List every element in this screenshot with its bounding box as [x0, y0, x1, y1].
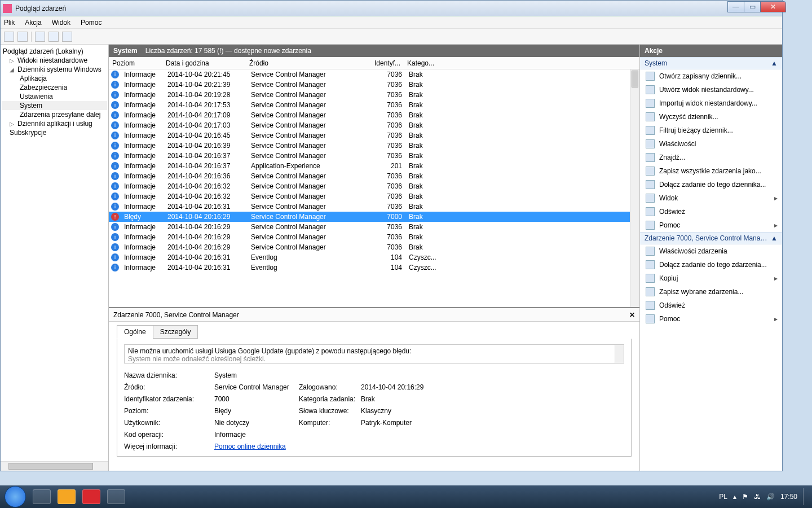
action-item[interactable]: Otwórz zapisany dziennik... — [640, 69, 782, 83]
table-row[interactable]: iInformacje2014-10-04 20:16:39Service Co… — [109, 141, 639, 151]
taskbar-item-eventvwr[interactable] — [107, 489, 125, 504]
action-item[interactable]: Zapisz wybrane zdarzenia... — [640, 285, 782, 299]
tree-forwarded[interactable]: Zdarzenia przesyłane dalej — [2, 110, 107, 119]
col-source[interactable]: Źródło — [246, 59, 371, 67]
titlebar[interactable]: Podgląd zdarzeń — ▭ ✕ — [1, 1, 782, 16]
table-row[interactable]: iInformacje2014-10-04 20:16:31Service Co… — [109, 202, 639, 212]
msg-scroll[interactable] — [615, 345, 624, 363]
action-item[interactable]: Pomoc▸ — [640, 218, 782, 232]
table-row[interactable]: iInformacje2014-10-04 20:16:32Service Co… — [109, 181, 639, 191]
tray-clock[interactable]: 17:50 — [780, 493, 797, 501]
taskbar-item-2[interactable] — [58, 489, 76, 504]
online-help-link[interactable]: Pomoc online dziennika — [214, 443, 286, 450]
tab-details[interactable]: Szczegóły — [153, 325, 198, 339]
table-row[interactable]: iInformacje2014-10-04 20:21:45Service Co… — [109, 69, 639, 80]
tree-app-services[interactable]: ▷Dzienniki aplikacji i usług — [2, 119, 107, 128]
actions-section-system[interactable]: System▲ — [640, 57, 782, 69]
action-item[interactable]: Filtruj bieżący dziennik... — [640, 124, 782, 137]
grid-vscroll[interactable] — [630, 69, 639, 307]
taskbar[interactable]: PL ▴ ⚑ 🖧 🔊 17:50 — [0, 485, 812, 508]
tree-custom-views[interactable]: ▷Widoki niestandardowe — [2, 56, 107, 65]
action-icon — [646, 314, 655, 323]
table-row[interactable]: iInformacje2014-10-04 20:16:45Service Co… — [109, 130, 639, 141]
actions-section-event[interactable]: Zdarzenie 7000, Service Control Manager▲ — [640, 232, 782, 244]
table-row[interactable]: iInformacje2014-10-04 20:16:29Service Co… — [109, 222, 639, 232]
col-date[interactable]: Data i godzina — [162, 59, 246, 67]
tray-lang[interactable]: PL — [719, 493, 727, 501]
close-detail-button[interactable]: ✕ — [629, 311, 635, 319]
action-item[interactable]: Zapisz wszystkie zdarzenia jako... — [640, 164, 782, 178]
info-icon: i — [111, 192, 119, 200]
action-item[interactable]: Pomoc▸ — [640, 312, 782, 326]
grid-body[interactable]: iInformacje2014-10-04 20:21:45Service Co… — [109, 69, 639, 273]
col-eventid[interactable]: Identyf... — [371, 59, 404, 67]
action-item[interactable]: Odśwież — [640, 205, 782, 218]
toolbar-item-1[interactable] — [35, 32, 45, 42]
table-row[interactable]: iInformacje2014-10-04 20:16:37Service Co… — [109, 151, 639, 161]
tree-windows-logs[interactable]: ◢Dzienniki systemu Windows — [2, 65, 107, 74]
tree-subscriptions[interactable]: Subskrypcje — [2, 128, 107, 137]
table-row[interactable]: iInformacje2014-10-04 20:16:37Applicatio… — [109, 161, 639, 171]
tree-setup[interactable]: Ustawienia — [2, 92, 107, 101]
menu-action[interactable]: Akcja — [25, 19, 41, 27]
action-item[interactable]: Znajdź... — [640, 151, 782, 164]
table-row[interactable]: iInformacje2014-10-04 20:17:53Service Co… — [109, 100, 639, 110]
col-category[interactable]: Katego... — [404, 59, 435, 67]
tree-security[interactable]: Zabezpieczenia — [2, 83, 107, 92]
system-tray[interactable]: PL ▴ ⚑ 🖧 🔊 17:50 — [719, 488, 807, 505]
action-item[interactable]: Wyczyść dziennik... — [640, 110, 782, 124]
table-row[interactable]: iInformacje2014-10-04 20:19:28Service Co… — [109, 90, 639, 100]
forward-button[interactable] — [17, 32, 28, 42]
table-row[interactable]: iInformacje2014-10-04 20:16:31Eventlog10… — [109, 252, 639, 262]
table-row[interactable]: iInformacje2014-10-04 20:16:29Service Co… — [109, 242, 639, 252]
tray-network-icon[interactable]: 🖧 — [754, 493, 761, 501]
action-item[interactable]: Odśwież — [640, 299, 782, 312]
menu-file[interactable]: Plik — [4, 19, 15, 27]
menu-view[interactable]: Widok — [52, 19, 70, 27]
table-row[interactable]: iInformacje2014-10-04 20:17:09Service Co… — [109, 110, 639, 120]
table-row[interactable]: iInformacje2014-10-04 20:21:39Service Co… — [109, 80, 639, 90]
taskbar-item-explorer[interactable] — [33, 489, 51, 504]
toolbar-item-2[interactable] — [48, 32, 59, 42]
action-item[interactable]: Widok▸ — [640, 191, 782, 205]
action-item[interactable]: Dołącz zadanie do tego zdarzenia... — [640, 258, 782, 271]
scroll-thumb[interactable] — [8, 463, 93, 470]
minimize-button[interactable]: — — [727, 1, 744, 12]
tree-hscroll[interactable] — [1, 461, 108, 471]
cell-level: Informacje — [121, 152, 164, 160]
start-button[interactable] — [5, 486, 26, 507]
taskbar-item-opera[interactable] — [82, 489, 100, 504]
tray-flag-icon[interactable]: ⚑ — [742, 493, 748, 501]
menu-help[interactable]: Pomoc — [81, 19, 102, 27]
back-button[interactable] — [4, 32, 14, 42]
action-item[interactable]: Właściwości zdarzenia — [640, 244, 782, 258]
tree-application[interactable]: Aplikacja — [2, 74, 107, 83]
cell-source: Service Control Manager — [248, 121, 373, 129]
maximize-button[interactable]: ▭ — [744, 1, 761, 12]
tree-root[interactable]: Podgląd zdarzeń (Lokalny) — [2, 47, 107, 56]
action-item[interactable]: Dołącz zadanie do tego dziennika... — [640, 178, 782, 191]
table-row[interactable]: iInformacje2014-10-04 20:16:32Service Co… — [109, 191, 639, 202]
action-label: Znajdź... — [659, 154, 685, 161]
action-item[interactable]: Właściwości — [640, 137, 782, 151]
show-desktop-button[interactable] — [803, 488, 807, 505]
action-item[interactable]: Importuj widok niestandardowy... — [640, 97, 782, 110]
table-row[interactable]: iInformacje2014-10-04 20:16:29Service Co… — [109, 232, 639, 242]
col-level[interactable]: Poziom — [109, 59, 162, 67]
action-item[interactable]: Utwórz widok niestandardowy... — [640, 83, 782, 97]
cell-level: Informacje — [121, 132, 164, 139]
table-row[interactable]: !Błędy2014-10-04 20:16:29Service Control… — [109, 212, 639, 222]
tray-volume-icon[interactable]: 🔊 — [766, 493, 775, 501]
scroll-thumb[interactable] — [632, 71, 638, 87]
action-item[interactable]: Kopiuj▸ — [640, 271, 782, 285]
table-row[interactable]: iInformacje2014-10-04 20:16:31Eventlog10… — [109, 262, 639, 273]
toolbar-item-3[interactable] — [62, 32, 72, 42]
tab-general[interactable]: Ogólne — [117, 325, 153, 339]
tray-chevron-icon[interactable]: ▴ — [733, 493, 736, 501]
tree-system[interactable]: System — [2, 101, 107, 110]
close-button[interactable]: ✕ — [760, 1, 786, 12]
chevron-right-icon: ▸ — [774, 221, 778, 229]
table-row[interactable]: iInformacje2014-10-04 20:16:36Service Co… — [109, 171, 639, 181]
table-row[interactable]: iInformacje2014-10-04 20:17:03Service Co… — [109, 120, 639, 130]
toolbar-separator — [31, 32, 32, 42]
